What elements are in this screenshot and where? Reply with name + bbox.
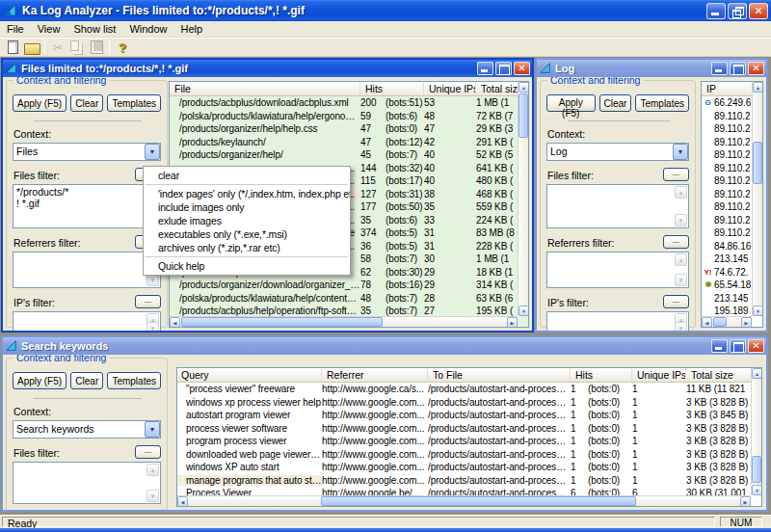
table-row[interactable]: /polska/products/klawiatura/help/content… <box>170 292 518 306</box>
context-menu-item[interactable]: clear <box>144 169 350 182</box>
context-combobox[interactable]: Search keywords ▼ <box>13 420 161 439</box>
scroll-down-icon[interactable]: ▼ <box>146 322 159 331</box>
scrollbar-thumb[interactable] <box>753 142 762 184</box>
horizontal-scrollbar[interactable]: ◀ ▶ <box>170 316 518 327</box>
ip-row[interactable]: 89.110.2 <box>702 162 752 175</box>
close-button[interactable] <box>748 339 764 353</box>
ip-row[interactable]: 89.110.2 <box>702 226 752 240</box>
column-header-to-file[interactable]: To File <box>428 368 571 382</box>
vertical-scrollbar[interactable]: ▲ ▼ <box>518 82 528 316</box>
scroll-right-icon[interactable]: ▶ <box>741 317 752 328</box>
context-menu-item[interactable]: archives only (*.zip,*.rar etc) <box>144 241 350 254</box>
files-table-header[interactable]: File Hits Unique IPs Total size <box>170 82 528 96</box>
context-combobox[interactable]: Files ▼ <box>13 143 161 161</box>
clear-button[interactable]: Clear <box>70 94 103 112</box>
ip-row[interactable]: ✱65.54.18 <box>702 279 752 292</box>
table-row[interactable]: /products/acbplus/download/acbplus.xml20… <box>170 96 518 110</box>
ip-row[interactable]: 89.110.2 <box>702 188 752 201</box>
table-row[interactable]: /products/acbplus/help/operation/ftp-sof… <box>170 305 518 316</box>
chevron-down-icon[interactable]: ▼ <box>145 421 160 438</box>
scroll-right-icon[interactable]: ▶ <box>740 496 751 507</box>
scroll-up-icon[interactable]: ▲ <box>675 253 687 266</box>
table-row[interactable]: windows XP auto starthttp://www.google.c… <box>177 461 751 474</box>
minimize-button[interactable] <box>711 62 728 75</box>
table-row[interactable]: manage programs that auto starthttp://ww… <box>177 474 751 488</box>
column-header-referrer[interactable]: Referrer <box>322 368 428 382</box>
column-header-hits[interactable]: Hits <box>360 82 424 95</box>
scroll-down-icon[interactable]: ▼ <box>675 322 687 331</box>
close-button[interactable] <box>514 62 530 75</box>
clear-button[interactable]: Clear <box>70 372 103 389</box>
scroll-up-icon[interactable]: ▲ <box>675 186 687 199</box>
table-row[interactable]: windows xp process viewer helphttp://www… <box>177 396 751 410</box>
scroll-up-icon[interactable]: ▲ <box>752 368 762 379</box>
ip-row[interactable]: 89.110.2 <box>702 174 752 188</box>
scrollbar-thumb[interactable] <box>518 93 528 138</box>
scroll-down-icon[interactable]: ▼ <box>518 306 529 316</box>
menu-item-show-list[interactable]: Show list <box>66 21 122 37</box>
context-menu-item[interactable]: exlude images <box>144 214 350 227</box>
ip-row[interactable]: Y!74.6.72. <box>702 266 752 279</box>
table-row[interactable]: /products/organizer/help/help.css47(bots… <box>170 122 518 136</box>
ip-row[interactable]: 89.110.2 <box>702 136 752 149</box>
scroll-left-icon[interactable]: ◀ <box>177 496 188 507</box>
table-row[interactable]: /polska/products/klawiatura/help/ergonom… <box>170 110 518 123</box>
table-row[interactable]: /products/organizer/download/organizer_p… <box>170 279 518 292</box>
referrers-filter-input[interactable] <box>547 253 675 287</box>
open-folder-icon[interactable] <box>22 39 41 56</box>
log-window-titlebar[interactable]: Log <box>537 60 766 77</box>
close-button[interactable] <box>748 62 764 75</box>
horizontal-scrollbar[interactable]: ◀ ▶ <box>177 495 751 506</box>
templates-button[interactable]: Templates <box>107 372 161 389</box>
files-filter-input[interactable] <box>547 185 675 227</box>
referrers-filter-input[interactable] <box>13 253 146 287</box>
context-menu-item[interactable]: executables only (*.exe,*.msi) <box>144 227 350 241</box>
minimize-button[interactable] <box>477 62 493 75</box>
files-window-titlebar[interactable]: Files limited to:*/products/*,! *.gif <box>3 60 532 77</box>
menu-item-help[interactable]: Help <box>174 21 210 37</box>
files-filter-input[interactable] <box>13 463 146 503</box>
new-file-icon[interactable] <box>3 39 22 56</box>
table-row[interactable]: /products/keylaunch/47(bots:12)42291 KB … <box>170 136 518 149</box>
table-row[interactable]: program process viewerhttp://www.google.… <box>177 435 751 448</box>
column-header-unique-ips[interactable]: Unique IPs <box>632 368 686 382</box>
ip-row[interactable]: 89.110.2 <box>702 214 752 227</box>
maximize-button[interactable] <box>730 339 746 353</box>
table-row[interactable]: Process Viewerhttp://www.google.be/.../p… <box>177 487 751 495</box>
column-header-query[interactable]: Query <box>177 368 322 382</box>
help-key-icon[interactable] <box>113 39 132 56</box>
templates-button[interactable]: Templates <box>635 94 689 112</box>
ip-row[interactable]: G66.249.6 <box>702 96 752 110</box>
ip-row[interactable]: 89.110.2 <box>702 200 752 214</box>
scroll-down-icon[interactable]: ▼ <box>675 274 687 286</box>
apply-button[interactable]: Apply (F5) <box>546 94 596 112</box>
table-row[interactable]: process viewer softwarehttp://www.google… <box>177 422 751 436</box>
scrollbar-thumb[interactable] <box>713 317 727 327</box>
files-filter-more-button[interactable]: ... <box>135 445 161 459</box>
ip-row[interactable]: 195.189 <box>702 305 752 316</box>
scrollbar-thumb[interactable] <box>321 496 636 506</box>
scroll-up-icon[interactable]: ▲ <box>518 82 529 93</box>
ips-filter-input[interactable] <box>13 312 146 331</box>
chevron-down-icon[interactable]: ▼ <box>145 144 160 160</box>
vertical-scrollbar[interactable]: ▲ ▼ <box>751 368 761 495</box>
scroll-down-icon[interactable]: ▼ <box>146 490 159 502</box>
context-menu-item[interactable]: include images only <box>144 200 350 214</box>
restore-button[interactable] <box>728 3 747 19</box>
ip-row[interactable]: 89.110.2 <box>702 110 752 123</box>
scroll-left-icon[interactable]: ◀ <box>702 317 712 328</box>
vertical-scrollbar[interactable]: ▲ ▼ <box>752 82 762 316</box>
ip-row[interactable]: 89.110.2 <box>702 148 752 162</box>
search-window-titlebar[interactable]: Search keywords <box>3 337 766 355</box>
minimize-button[interactable] <box>706 3 726 19</box>
table-row[interactable]: autostart program viewerhttp://www.googl… <box>177 409 751 422</box>
maximize-button[interactable] <box>730 62 746 75</box>
main-titlebar[interactable]: Ka Log Analyzer - Files limited to:*/pro… <box>0 0 771 21</box>
column-header-hits[interactable]: Hits <box>571 368 632 382</box>
menu-item-window[interactable]: Window <box>122 21 173 37</box>
files-filter-input[interactable]: */products/* ! *.gif <box>13 185 146 227</box>
apply-button[interactable]: Apply (F5) <box>13 372 66 389</box>
chevron-down-icon[interactable]: ▼ <box>673 144 688 160</box>
scrollbar-thumb[interactable] <box>181 317 383 327</box>
table-row[interactable]: "process viewer" freewarehttp://www.goog… <box>177 383 751 396</box>
